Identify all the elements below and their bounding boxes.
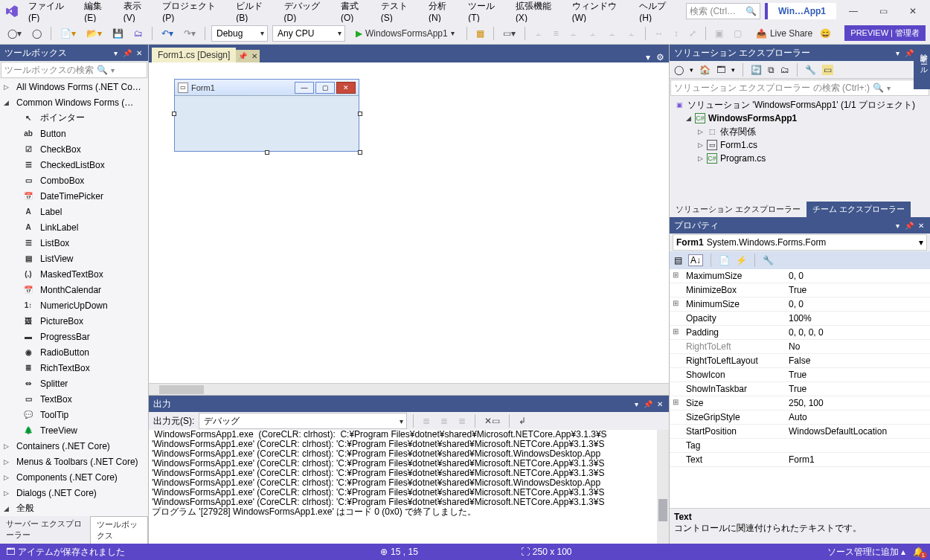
events-icon[interactable]: ⚡ [736,255,747,265]
tab-solution-explorer[interactable]: ソリューション エクスプローラー [670,202,806,217]
window-close-button[interactable]: ✕ [900,3,926,19]
close-icon[interactable]: ✕ [917,221,926,230]
toolbox-item[interactable]: 🖼PictureBox [0,313,148,329]
undo-button[interactable]: ↶▾ [158,27,176,40]
toolbox-item[interactable]: ☰CheckedListBox [0,157,148,173]
toolbox-item[interactable]: ALabel [0,204,148,219]
form-designer[interactable]: ▭ Form1 — ▢ ✕ [149,62,669,395]
home-icon[interactable]: 🏠 [699,65,711,75]
new-button[interactable]: 📄▾ [57,27,79,40]
property-row[interactable]: ShowIconTrue [670,368,930,382]
back-button[interactable]: ◯▾ [4,27,25,40]
chevron-right-icon[interactable]: ▷ [696,155,704,162]
start-debug-button[interactable]: ▶WindowsFormsApp1▾ [350,25,461,42]
output-source-combo[interactable]: デバッグ [199,413,407,429]
alphabetical-icon[interactable]: A↓ [688,254,703,266]
save-all-button[interactable]: 🗂 [131,27,146,40]
property-row[interactable]: Tag [670,439,930,453]
toolbox-group[interactable]: ▷Dialogs (.NET Core) [0,485,148,501]
live-share-button[interactable]: 📤Live Share [756,28,812,39]
resize-handle[interactable] [358,150,362,155]
toolbox-item[interactable]: ☰ListBox [0,235,148,251]
property-row[interactable]: ShowInTaskbarTrue [670,382,930,396]
window-options-icon[interactable]: ▾ [893,221,902,230]
tab-close-icon[interactable]: ✕ [249,50,260,62]
tab-toolbox[interactable]: ツールボックス [90,516,148,544]
forward-button[interactable]: ◯ [29,27,45,40]
tab-team-explorer[interactable]: チーム エクスプローラー [806,202,911,217]
categorized-icon[interactable]: ▤ [674,255,682,265]
toolbox-group[interactable]: ▷Menus & Toolbars (.NET Core) [0,454,148,469]
project-chip[interactable]: Win…App1 [765,3,836,19]
property-row[interactable]: TextForm1 [670,453,930,467]
clear-output-icon[interactable]: ✕▭ [481,414,503,428]
tree-program-node[interactable]: ▷C#Program.cs [671,152,929,165]
toolbox-group[interactable]: ▷Containers (.NET Core) [0,438,148,454]
toolbox-item[interactable]: 💬ToolTip [0,407,148,422]
property-row[interactable]: MinimizeBoxTrue [670,283,930,297]
toolbox-item[interactable]: abButton [0,126,148,141]
gear-icon[interactable]: ⚙ [656,52,664,62]
chevron-down-icon[interactable]: ◢ [684,115,692,122]
toolbox-item[interactable]: ≣RichTextBox [0,360,148,376]
toolbox-item[interactable]: (.)MaskedTextBox [0,266,148,282]
close-icon[interactable]: ✕ [135,48,144,57]
property-row[interactable]: SizeGripStyleAuto [670,411,930,425]
close-icon[interactable]: ✕ [655,399,664,408]
property-row[interactable]: RightToLeftNo [670,340,930,354]
tree-project-node[interactable]: ◢C#WindowsFormsApp1 [671,112,929,125]
toolbox-item[interactable]: ▭ComboBox [0,173,148,188]
tab-pin-icon[interactable]: 📌 [236,50,249,62]
toolbox-item[interactable]: ⇔Splitter [0,376,148,391]
pin-icon[interactable]: 📌 [905,221,914,230]
open-button[interactable]: 📂▾ [83,27,105,40]
document-tab[interactable]: Form1.cs [Design] [152,48,236,62]
preview-icon[interactable]: ▭ [822,65,833,75]
search-input[interactable]: 検索 (Ctrl… 🔍 [686,3,760,19]
properties-selector[interactable]: Form1 System.Windows.Forms.Form ▾ [673,234,927,251]
toolbox-item[interactable]: ▤ListView [0,251,148,266]
form-window[interactable]: ▭ Form1 — ▢ ✕ [174,79,359,152]
output-text[interactable]: WindowsFormsApp1.exe (CoreCLR: clrhost):… [149,430,669,544]
feedback-icon[interactable]: 😄 [817,27,834,40]
solution-tree[interactable]: ▣ソリューション 'WindowsFormsApp1' (1/1 プロジェクト)… [670,97,930,202]
toolbox-group[interactable]: ▷Components (.NET Core) [0,469,148,485]
tree-solution-node[interactable]: ▣ソリューション 'WindowsFormsApp1' (1/1 プロジェクト) [671,98,929,112]
vertical-scrollbar[interactable] [657,430,669,544]
properties-icon[interactable]: 🔧 [805,65,816,75]
toggle-wrap-icon[interactable]: ↲ [516,414,529,428]
window-options-icon[interactable]: ▾ [111,48,120,57]
toolbox-item[interactable]: ▬ProgressBar [0,329,148,344]
toolbox-item[interactable]: 📅MonthCalendar [0,282,148,297]
toolbox-item[interactable]: ☑CheckBox [0,141,148,157]
resize-handle[interactable] [265,150,269,155]
toolbox-item[interactable]: 🌲TreeView [0,422,148,438]
pin-icon[interactable]: 📌 [644,399,652,408]
property-row[interactable]: RightToLeftLayoutFalse [670,354,930,368]
property-pages-icon[interactable]: 🔧 [763,255,774,265]
collapse-icon[interactable]: ⧉ [768,65,775,75]
toolbox-item[interactable]: 1↕NumericUpDown [0,297,148,313]
toolbox-list[interactable]: ▷All Windows Forms (.NET Co…◢Common Wind… [0,79,148,516]
tool-btn-1[interactable]: ▦ [473,27,487,40]
chevron-right-icon[interactable]: ▷ [696,141,704,149]
back-icon[interactable]: ◯ [674,65,684,75]
refresh-icon[interactable]: 🔄 [751,65,762,75]
toolbox-item[interactable]: ◉RadioButton [0,344,148,360]
tab-dropdown-icon[interactable]: ▾ [646,52,650,62]
show-all-icon[interactable]: 🗂 [780,65,789,75]
toolbox-group[interactable]: ▷All Windows Forms (.NET Co… [0,79,148,94]
pin-icon[interactable]: 📌 [123,48,132,57]
properties-grid[interactable]: MaximumSize0, 0MinimizeBoxTrueMinimumSiz… [670,269,930,508]
toolbox-item[interactable]: 📅DateTimePicker [0,188,148,204]
property-row[interactable]: StartPositionWindowsDefaultLocation [670,425,930,439]
notifications-button[interactable]: 🔔1 [913,547,924,557]
window-options-icon[interactable]: ▾ [632,399,641,408]
property-row[interactable]: MinimumSize0, 0 [670,297,930,312]
property-row[interactable]: Size250, 100 [670,396,930,411]
tab-server-explorer[interactable]: サーバー エクスプローラー [0,516,90,544]
resize-handle[interactable] [172,112,176,116]
diagnostic-tools-tab[interactable]: 診断ツール [914,45,930,89]
tree-form-node[interactable]: ▷▭Form1.cs [671,138,929,152]
redo-button[interactable]: ↷▾ [181,27,199,40]
